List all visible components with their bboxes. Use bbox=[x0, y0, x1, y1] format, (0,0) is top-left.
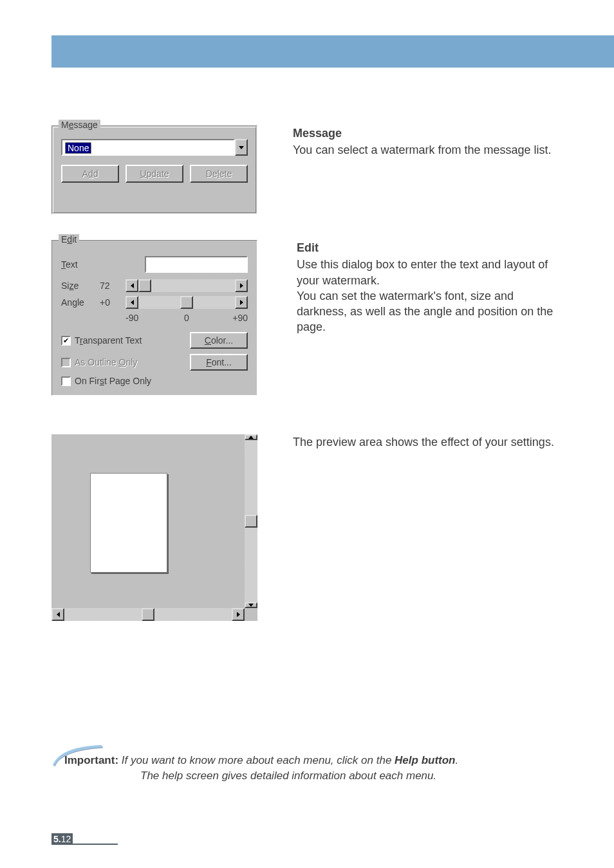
preview-panel bbox=[51, 434, 257, 621]
edit-body-1: Use this dialog box to enter the text an… bbox=[297, 257, 563, 288]
scroll-left-icon[interactable] bbox=[51, 608, 64, 621]
text-label: Text bbox=[61, 259, 100, 270]
scroll-right-icon[interactable] bbox=[232, 608, 245, 621]
text-input[interactable] bbox=[145, 256, 248, 273]
firstpage-checkbox[interactable] bbox=[61, 376, 71, 386]
font-button[interactable]: Font... bbox=[190, 354, 248, 371]
preview-body: The preview area shows the effect of you… bbox=[293, 434, 563, 450]
transparent-checkbox[interactable]: ✔ bbox=[61, 336, 71, 346]
size-scrollbar[interactable] bbox=[126, 279, 248, 292]
message-dropdown[interactable]: None bbox=[61, 139, 235, 156]
add-button[interactable]: Add bbox=[61, 165, 119, 183]
message-group-legend: Message bbox=[59, 120, 100, 130]
preview-hscrollbar[interactable] bbox=[51, 608, 245, 621]
important-label: Important: bbox=[64, 754, 118, 766]
angle-scrollbar[interactable] bbox=[126, 296, 248, 309]
edit-body-2: You can set the watermark's font, size a… bbox=[297, 288, 563, 335]
footer-rule bbox=[73, 844, 118, 845]
message-section: Message None Add Update Delete bbox=[51, 125, 563, 214]
chevron-down-icon bbox=[239, 146, 244, 149]
page-number-box: 5.12 bbox=[51, 833, 73, 845]
outline-checkbox[interactable] bbox=[61, 358, 71, 367]
scroll-left-icon[interactable] bbox=[126, 279, 138, 292]
edit-section: Edit Text Size 72 Angle +0 bbox=[51, 240, 563, 396]
message-dropdown-arrow[interactable] bbox=[235, 139, 248, 156]
preview-vscrollbar[interactable] bbox=[245, 434, 257, 608]
message-heading: Message bbox=[293, 125, 563, 141]
delete-button[interactable]: Delete bbox=[190, 165, 248, 183]
outline-label: As Outline Only bbox=[75, 357, 137, 367]
scroll-left-icon[interactable] bbox=[126, 296, 138, 309]
message-dropdown-value: None bbox=[65, 142, 91, 154]
color-button[interactable]: Color... bbox=[190, 332, 248, 349]
angle-value: +0 bbox=[100, 297, 126, 308]
note-line1a: If you want to know more about each menu… bbox=[122, 754, 395, 766]
angle-label: Angle bbox=[61, 297, 100, 308]
important-note: Important: If you want to know more abou… bbox=[64, 753, 563, 784]
scroll-up-icon[interactable] bbox=[245, 434, 257, 440]
update-button[interactable]: Update bbox=[126, 165, 183, 183]
scroll-right-icon[interactable] bbox=[235, 279, 248, 292]
message-body: You can select a watermark from the mess… bbox=[293, 142, 563, 158]
firstpage-label: On First Page Only bbox=[75, 376, 151, 386]
scroll-down-icon[interactable] bbox=[245, 602, 257, 608]
message-groupbox: Message None Add Update Delete bbox=[51, 125, 257, 214]
scroll-right-icon[interactable] bbox=[235, 296, 248, 309]
edit-group-legend: Edit bbox=[59, 234, 79, 245]
size-label: Size bbox=[61, 281, 100, 291]
preview-page bbox=[90, 473, 167, 573]
scroll-corner bbox=[245, 608, 257, 621]
angle-scale: -90 0 +90 bbox=[61, 313, 248, 323]
transparent-label: Transparent Text bbox=[75, 335, 142, 346]
size-value: 72 bbox=[100, 281, 126, 291]
edit-groupbox: Edit Text Size 72 Angle +0 bbox=[51, 240, 257, 396]
note-line2: The help screen gives detailed informati… bbox=[64, 768, 563, 784]
preview-canvas bbox=[51, 434, 245, 608]
preview-section: The preview area shows the effect of you… bbox=[51, 434, 563, 621]
page-footer: 5.12 bbox=[51, 833, 118, 845]
header-band bbox=[51, 35, 614, 68]
note-line1b: . bbox=[456, 754, 459, 766]
edit-heading: Edit bbox=[297, 240, 563, 255]
help-button-text: Help button bbox=[395, 754, 455, 766]
